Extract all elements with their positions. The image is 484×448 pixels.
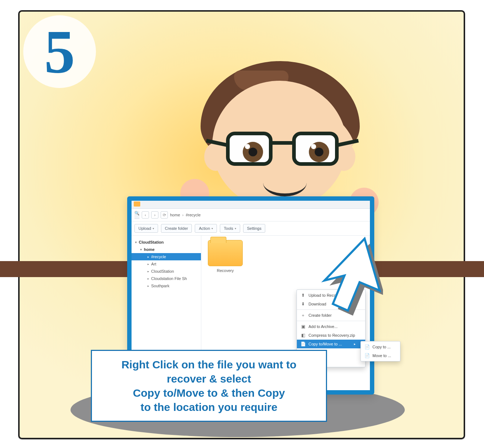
action-button[interactable]: Action ▾	[195, 224, 217, 233]
tools-button[interactable]: Tools ▾	[220, 224, 240, 233]
step-number: 5	[44, 21, 75, 83]
tree-item-label: CloudStation	[151, 269, 174, 273]
context-submenu[interactable]: 📄Copy to ...📄Move to ...	[360, 341, 400, 361]
tree-item[interactable]: ▸Southpark	[132, 282, 201, 289]
menu-separator	[297, 321, 365, 321]
nav-refresh-button[interactable]: ⟳	[161, 211, 168, 219]
nav-row: 🔍 ‹ › ⟳ home › #recycle	[132, 209, 370, 221]
tree-item[interactable]: ▸CloudStation	[132, 268, 201, 275]
character-glasses	[226, 132, 339, 164]
settings-label: Settings	[247, 226, 262, 231]
folder-icon	[134, 201, 140, 207]
caret-icon: ▾	[211, 227, 213, 230]
tree-item-label: Cloudstation File Sh	[151, 276, 187, 281]
character	[180, 66, 383, 219]
menu-item[interactable]: 📄Move to ...	[361, 351, 400, 360]
instruction-line: to the location you require	[100, 400, 318, 414]
caret-icon: ▸	[148, 277, 149, 280]
caret-icon: ▾	[153, 227, 154, 230]
tools-label: Tools	[224, 226, 233, 231]
caret-icon: ▸	[148, 270, 149, 273]
instruction-box: Right Click on the file you want to reco…	[91, 350, 327, 422]
breadcrumb-root[interactable]: home	[170, 213, 180, 217]
caret-icon: ▸	[148, 255, 149, 259]
menu-item-label: Move to ...	[372, 353, 391, 358]
breadcrumb-current[interactable]: #recycle	[186, 213, 201, 217]
tree-root-label: CloudStation	[139, 240, 164, 244]
search-icon[interactable]: 🔍	[134, 211, 140, 219]
create-folder-label: Create folder	[165, 226, 188, 231]
instruction-line: Right Click on the file you want to	[100, 357, 318, 372]
tree-home[interactable]: ▾ home	[132, 246, 201, 253]
caret-icon: ▾	[140, 248, 142, 251]
caret-icon: ▾	[135, 241, 137, 244]
step-badge: 5	[23, 15, 96, 88]
tree-item-label: #recycle	[151, 255, 166, 259]
caret-icon: ▸	[148, 263, 149, 266]
menu-item-label: Add to Archive...	[308, 324, 338, 329]
menu-icon: ▣	[301, 324, 306, 329]
instruction-line: recover & select	[100, 372, 318, 386]
folder-item[interactable]: Recovery	[206, 240, 245, 273]
tree-item-label: Southpark	[151, 284, 169, 288]
svg-marker-1	[324, 239, 380, 311]
tree-root[interactable]: ▾ CloudStation	[132, 239, 201, 246]
tree-home-label: home	[144, 247, 154, 252]
menu-item[interactable]: ◧Compress to Recovery.zip	[297, 331, 365, 340]
caret-icon: ▸	[148, 284, 149, 288]
menu-item[interactable]: ▣Add to Archive...	[297, 322, 365, 331]
create-folder-button[interactable]: Create folder	[161, 224, 192, 233]
tree-item-label: Art	[151, 262, 156, 266]
upload-label: Upload	[138, 226, 151, 231]
folder-icon	[208, 240, 243, 266]
menu-icon: 📄	[301, 341, 306, 347]
menu-item-label: Compress to Recovery.zip	[308, 333, 355, 337]
cursor-arrow-illustration	[299, 232, 383, 316]
nav-forward-button[interactable]: ›	[151, 211, 158, 219]
menu-item[interactable]: 📄Copy to ...	[361, 343, 400, 351]
menu-icon: 📄	[364, 353, 370, 358]
menu-icon: 📄	[364, 344, 370, 349]
instruction-line: Copy to/Move to & then Copy	[100, 386, 318, 400]
menu-item[interactable]: 📄Copy to/Move to ...▸	[297, 340, 365, 348]
menu-item-label: Copy to/Move to ...	[308, 342, 342, 346]
upload-button[interactable]: Upload ▾	[134, 224, 158, 233]
tree-item[interactable]: ▸#recycle	[132, 253, 201, 260]
tree-item[interactable]: ▸Cloudstation File Sh	[132, 275, 201, 282]
caret-icon: ▾	[235, 227, 236, 230]
nav-back-button[interactable]: ‹	[142, 211, 149, 219]
submenu-arrow-icon: ▸	[354, 342, 356, 346]
breadcrumb-separator: ›	[182, 213, 184, 217]
menu-icon: ◧	[301, 333, 306, 338]
tree-item[interactable]: ▸Art	[132, 260, 201, 268]
window-titlebar	[132, 201, 370, 209]
tutorial-card: 🔍 ‹ › ⟳ home › #recycle Upload ▾ Create …	[18, 10, 465, 439]
folder-label: Recovery	[206, 268, 245, 273]
action-label: Action	[199, 226, 210, 231]
menu-item-label: Copy to ...	[372, 345, 391, 349]
settings-button[interactable]: Settings	[243, 224, 266, 233]
